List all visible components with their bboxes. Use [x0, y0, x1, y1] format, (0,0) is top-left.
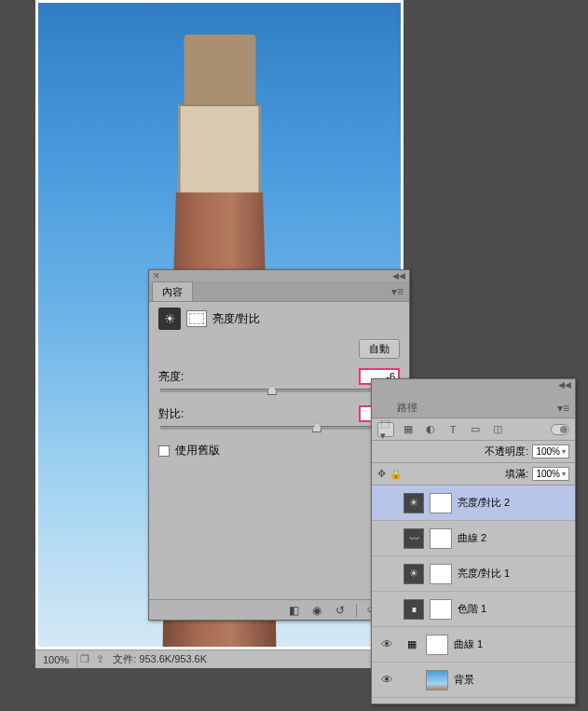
layer-name[interactable]: 曲線 2	[458, 531, 571, 545]
legacy-checkbox[interactable]	[158, 445, 170, 457]
link-icon[interactable]: ▦	[403, 638, 420, 650]
status-bar: 100% ❐ ⇪ 文件: 953.6K/953.6K ▶	[35, 649, 403, 668]
layer-row[interactable]: ☀ 亮度/對比 2	[372, 485, 575, 521]
brightness-thumb[interactable]	[267, 386, 277, 395]
clip-to-layer-icon[interactable]: ◧	[286, 603, 301, 618]
filter-toggle[interactable]	[551, 424, 569, 435]
mask-thumb[interactable]	[430, 528, 452, 549]
layer-row[interactable]: ☀ 亮度/對比 1	[372, 556, 575, 592]
adjustment-thumb-icon: ☀	[403, 493, 424, 513]
layers-grip[interactable]: ◀◀	[372, 379, 575, 390]
mask-thumb[interactable]	[430, 564, 452, 584]
brightness-label: 亮度:	[158, 369, 184, 385]
reset-icon[interactable]: ↺	[333, 603, 348, 618]
auto-button[interactable]: 自動	[359, 339, 400, 359]
collapse-icon[interactable]: ◀◀	[392, 271, 405, 280]
visibility-icon[interactable]: 👁	[376, 673, 398, 687]
layer-row[interactable]: ∎ 色階 1	[372, 592, 575, 627]
layer-name[interactable]: 背景	[454, 673, 571, 687]
legacy-label: 使用舊版	[175, 443, 220, 458]
view-previous-icon[interactable]: ◉	[309, 603, 324, 618]
filter-shape-icon[interactable]: ▭	[467, 422, 484, 437]
layer-row[interactable]: 👁 ▦ 曲線 1	[372, 627, 575, 663]
lock-all-icon[interactable]: 🔒	[390, 468, 403, 480]
brightness-slider[interactable]	[160, 389, 398, 392]
contrast-label: 對比:	[158, 406, 184, 422]
panel-grip[interactable]: ✕ ◀◀	[149, 270, 409, 281]
adjustment-title: 亮度/對比	[212, 311, 260, 327]
adjustment-thumb-icon: 〰	[403, 528, 424, 549]
status-share-icon[interactable]: ⇪	[92, 653, 107, 665]
tab-paths[interactable]: 路徑	[390, 398, 425, 417]
layer-filter-row: ⬚ ▾ ▦ ◐ T ▭ ◫	[372, 418, 575, 441]
mask-thumb[interactable]	[430, 599, 452, 620]
layers-menu-icon[interactable]: ▾≡	[557, 402, 569, 417]
mask-icon[interactable]	[186, 310, 207, 327]
adjustment-thumb-icon: ☀	[403, 564, 424, 584]
lock-move-icon[interactable]: ✥	[377, 468, 386, 480]
layer-name[interactable]: 亮度/對比 1	[458, 567, 571, 581]
layer-row[interactable]: 👁 背景	[372, 663, 575, 698]
contrast-thumb[interactable]	[312, 423, 321, 432]
tab-properties[interactable]: 內容	[152, 281, 193, 301]
visibility-icon[interactable]: 👁	[376, 637, 398, 651]
layer-row[interactable]: 〰 曲線 2	[372, 521, 575, 556]
panel-menu-icon[interactable]: ▾≡	[391, 285, 403, 301]
layer-name[interactable]: 亮度/對比 2	[458, 496, 571, 510]
status-icon[interactable]: ❐	[77, 653, 92, 665]
opacity-value[interactable]: 100%	[532, 444, 569, 458]
fill-label: 填滿:	[505, 467, 528, 481]
filter-pixel-icon[interactable]: ▦	[400, 422, 417, 437]
fill-value[interactable]: 100%	[532, 467, 569, 481]
layer-name[interactable]: 色階 1	[458, 602, 571, 616]
file-info: 文件: 953.6K/953.6K	[107, 650, 212, 668]
opacity-label: 不透明度:	[485, 444, 528, 458]
background-thumb	[426, 670, 448, 690]
filter-adjust-icon[interactable]: ◐	[422, 422, 439, 437]
contrast-slider[interactable]	[160, 426, 398, 430]
layer-list: ☀ 亮度/對比 2 〰 曲線 2 ☀ 亮度/對比 1 ∎ 色階 1 👁 ▦ 曲線…	[372, 485, 575, 698]
close-icon[interactable]: ✕	[153, 271, 160, 280]
zoom-level[interactable]: 100%	[35, 652, 77, 667]
collapse-icon[interactable]: ◀◀	[558, 380, 571, 390]
brightness-contrast-icon[interactable]: ☀	[158, 308, 181, 330]
layers-panel: ◀◀ . 路徑 ▾≡ ⬚ ▾ ▦ ◐ T ▭ ◫ 不透明度: 100% ✥ 🔒 …	[371, 378, 576, 704]
filter-smart-icon[interactable]: ◫	[489, 422, 506, 437]
layer-name[interactable]: 曲線 1	[454, 637, 571, 651]
mask-thumb[interactable]	[426, 635, 448, 655]
adjustment-thumb-icon: ∎	[403, 599, 424, 620]
filter-type-icon[interactable]: T	[444, 422, 461, 437]
filter-kind-icon[interactable]: ⬚ ▾	[377, 422, 394, 437]
mask-thumb[interactable]	[430, 493, 452, 513]
